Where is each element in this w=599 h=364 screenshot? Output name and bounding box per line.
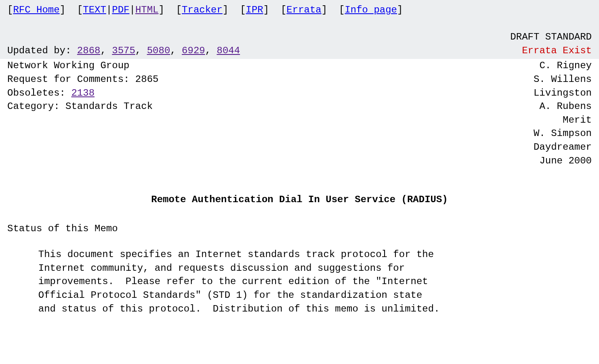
category-row: Category: Standards Track A. Rubens (0, 100, 599, 113)
updated-by-label: Updated by: (7, 45, 77, 56)
updated-by-row: Updated by: 2868, 3575, 5080, 6929, 8044… (7, 44, 592, 58)
author-6: W. Simpson (0, 127, 599, 140)
nav-html[interactable]: HTML (135, 4, 159, 15)
status-heading: Status of this Memo (7, 222, 592, 236)
nav-pdf[interactable]: PDF (112, 4, 129, 15)
nav-text[interactable]: TEXT (83, 4, 106, 15)
author-5: Merit (0, 113, 599, 127)
category-label: Category: Standards Track (7, 100, 153, 113)
network-working-group: Network Working Group (7, 59, 129, 73)
nav-bar: [RFC Home] [TEXT|PDF|HTML] [Tracker] [IP… (7, 3, 592, 17)
nav-rfc-home[interactable]: RFC Home (13, 4, 59, 15)
author-1: C. Rigney (539, 59, 592, 73)
updated-by-link-1[interactable]: 3575 (112, 45, 135, 56)
draft-standard-label: DRAFT STANDARD (510, 30, 592, 44)
group-row: Network Working Group C. Rigney (0, 59, 599, 73)
obsoletes-row: Obsoletes: 2138 Livingston (0, 86, 599, 100)
updated-by-link-4[interactable]: 8044 (217, 45, 240, 56)
obsoletes-label: Obsoletes: (7, 88, 71, 98)
updated-by-link-0[interactable]: 2868 (77, 45, 101, 56)
errata-exist-label: Errata Exist (522, 44, 592, 58)
updated-by-left: Updated by: 2868, 3575, 5080, 6929, 8044 (7, 44, 240, 58)
obsoletes-link[interactable]: 2138 (71, 88, 95, 98)
nav-ipr[interactable]: IPR (246, 4, 263, 15)
header-block: [RFC Home] [TEXT|PDF|HTML] [Tracker] [IP… (0, 0, 599, 59)
author-4: A. Rubens (539, 100, 592, 113)
publication-date: June 2000 (0, 154, 599, 168)
document-title: Remote Authentication Dial In User Servi… (0, 193, 599, 207)
updated-by-link-2[interactable]: 5080 (147, 45, 170, 56)
author-3: Livingston (534, 86, 592, 100)
obsoletes-left: Obsoletes: 2138 (7, 86, 95, 100)
rfc-number: Request for Comments: 2865 (7, 73, 158, 86)
rfc-row: Request for Comments: 2865 S. Willens (0, 73, 599, 86)
nav-info-page[interactable]: Info page (345, 4, 397, 15)
updated-by-link-3[interactable]: 6929 (182, 45, 205, 56)
author-7: Daydreamer (0, 140, 599, 154)
author-2: S. Willens (534, 73, 592, 86)
nav-tracker[interactable]: Tracker (182, 4, 223, 15)
nav-errata[interactable]: Errata (286, 4, 321, 15)
status-body: This document specifies an Internet stan… (7, 248, 592, 316)
draft-standard-row: DRAFT STANDARD (7, 30, 592, 44)
